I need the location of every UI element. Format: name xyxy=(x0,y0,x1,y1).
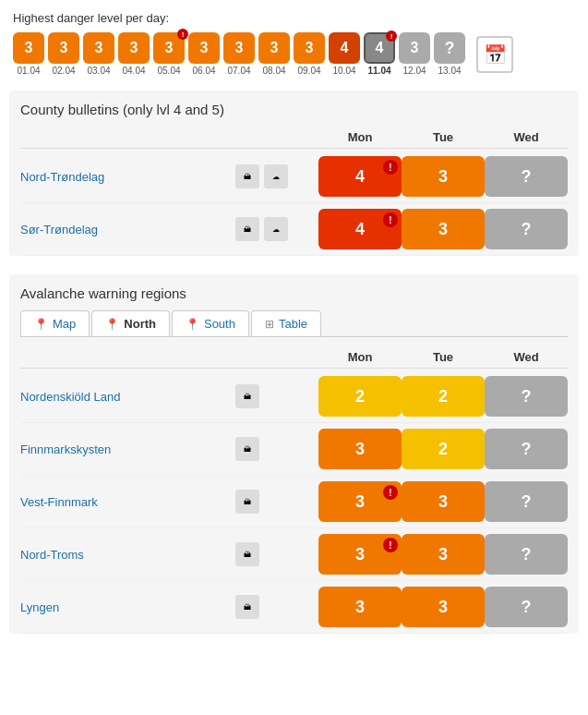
county-row-1: Sør-Trøndelag🏔☁4!3? xyxy=(20,203,568,256)
day-num-0204: 3 xyxy=(48,32,79,64)
county-name-1: Sør-Trøndelag xyxy=(20,222,235,236)
day-badge-0104[interactable]: 301.04 xyxy=(13,32,44,76)
av-tue-1-cell: 2 xyxy=(402,429,485,469)
avalanche-tab-map[interactable]: 📍Map xyxy=(20,310,90,336)
day-num-0604: 3 xyxy=(188,32,220,64)
county-name-0: Nord-Trøndelag xyxy=(20,169,235,184)
day-badge-0904[interactable]: 309.04 xyxy=(294,32,325,76)
avalanche-tabs: 📍Map📍North📍South⊞Table xyxy=(20,310,568,337)
day-date-1104: 11.04 xyxy=(367,66,390,76)
day-date-0104: 01.04 xyxy=(17,66,40,76)
day-badge-0804[interactable]: 308.04 xyxy=(258,32,290,76)
day-date-0404: 04.04 xyxy=(122,66,145,76)
day-num-0104: 3 xyxy=(13,32,44,64)
th-county-mon: Mon xyxy=(318,130,402,144)
avalanche-tab-south[interactable]: 📍South xyxy=(172,310,249,336)
day-num-1204: 3 xyxy=(399,32,430,64)
day-badge-0204[interactable]: 302.04 xyxy=(48,32,79,76)
av-wed-2-cell: ? xyxy=(485,481,568,522)
north-tab-label: North xyxy=(124,317,156,331)
av-wed-0-cell: ? xyxy=(485,376,568,417)
th-av-name xyxy=(20,350,235,364)
avalanche-region-name-4: Lyngen xyxy=(20,600,235,614)
day-date-1304: 13.04 xyxy=(438,66,461,76)
av-mon-0-cell: 2 xyxy=(318,376,402,417)
avalanche-rows: Nordenskiöld Land🏔22?Finnmarkskysten🏔32?… xyxy=(20,370,568,634)
day-badge-0604[interactable]: 306.04 xyxy=(188,32,220,76)
avalanche-icons-2: 🏔 xyxy=(235,490,318,514)
day-badge-1304[interactable]: ?13.04 xyxy=(434,32,465,76)
danger-section: Highest danger level per day: 301.04302.… xyxy=(0,0,588,85)
day-badge-0304[interactable]: 303.04 xyxy=(83,32,114,76)
day-date-0604: 06.04 xyxy=(192,66,215,76)
day-num-0704: 3 xyxy=(223,32,255,64)
avalanche-tab-north[interactable]: 📍North xyxy=(91,310,170,336)
day-date-0704: 07.04 xyxy=(227,66,250,76)
av-mini-icon-2: 🏔 xyxy=(235,490,259,514)
avalanche-region-link-0[interactable]: Nordenskiöld Land xyxy=(20,390,120,404)
county-link-1[interactable]: Sør-Trøndelag xyxy=(20,223,98,236)
day-date-0904: 09.04 xyxy=(297,66,320,76)
avalanche-region-link-3[interactable]: Nord-Troms xyxy=(20,548,84,562)
avalanche-region-link-4[interactable]: Lyngen xyxy=(20,600,59,614)
day-badge-1104[interactable]: 4!11.04 xyxy=(364,32,395,76)
day-num-1004: 4 xyxy=(329,32,360,64)
day-num-0504: 3! xyxy=(153,32,185,64)
av-mon-4-cell: 3 xyxy=(318,587,402,627)
county-tue-0-cell: 3 xyxy=(402,156,485,197)
avalanche-region-name-0: Nordenskiöld Land xyxy=(20,389,235,404)
avalanche-region-name-3: Nord-Troms xyxy=(20,547,235,562)
table-tab-icon: ⊞ xyxy=(265,318,274,331)
avalanche-icons-0: 🏔 xyxy=(235,384,318,408)
av-wed-1-cell: ? xyxy=(485,429,568,469)
avalanche-icons-3: 🏔 xyxy=(235,542,318,566)
th-av-mon: Mon xyxy=(318,350,402,364)
th-county-wed: Wed xyxy=(485,130,568,144)
danger-days-row: 301.04302.04303.04304.043!05.04306.04307… xyxy=(13,32,575,76)
county-bulletins-section: County bulletins (only lvl 4 and 5) Mon … xyxy=(9,91,579,256)
north-tab-icon: 📍 xyxy=(105,318,119,331)
day-num-1104: 4! xyxy=(364,32,395,64)
avalanche-region-link-2[interactable]: Vest-Finnmark xyxy=(20,495,98,509)
day-num-0804: 3 xyxy=(258,32,290,64)
county-wed-1-cell: ? xyxy=(485,209,568,249)
avalanche-tab-table[interactable]: ⊞Table xyxy=(251,310,321,336)
day-num-0404: 3 xyxy=(118,32,150,64)
day-badge-1204[interactable]: 312.04 xyxy=(399,32,430,76)
avalanche-row-0: Nordenskiöld Land🏔22? xyxy=(20,370,568,423)
av-tue-4-cell: 3 xyxy=(402,587,485,627)
danger-label: Highest danger level per day: xyxy=(13,11,575,25)
th-av-wed: Wed xyxy=(485,350,568,364)
avalanche-section: Avalanche warning regions 📍Map📍North📍Sou… xyxy=(9,274,579,634)
day-badge-0504[interactable]: 3!05.04 xyxy=(153,32,185,76)
avalanche-region-link-1[interactable]: Finnmarkskysten xyxy=(20,442,111,456)
av-mini-icon-1: 🏔 xyxy=(235,437,259,461)
av-tue-2-cell: 3 xyxy=(402,481,485,522)
county-section-title: County bulletins (only lvl 4 and 5) xyxy=(20,102,568,117)
avalanche-icons-4: 🏔 xyxy=(235,595,318,619)
map-tab-label: Map xyxy=(53,317,76,331)
av-mon-3-cell: 3! xyxy=(318,534,402,575)
south-tab-icon: 📍 xyxy=(186,318,199,331)
av-tue-3-cell: 3 xyxy=(402,534,485,575)
day-date-1004: 10.04 xyxy=(332,66,355,76)
county-wed-0-cell: ? xyxy=(485,156,568,197)
day-date-1204: 12.04 xyxy=(402,66,426,76)
av-tue-0-cell: 2 xyxy=(402,376,485,417)
county-icons-0: 🏔☁ xyxy=(235,164,318,188)
th-county-tue: Tue xyxy=(402,130,485,144)
avalanche-table-header: Mon Tue Wed xyxy=(20,346,568,369)
county-mini-icon-0-1: ☁ xyxy=(264,164,288,188)
th-county-icon xyxy=(235,130,318,144)
av-mini-icon-0: 🏔 xyxy=(235,384,259,408)
county-link-0[interactable]: Nord-Trøndelag xyxy=(20,170,104,184)
day-badge-0404[interactable]: 304.04 xyxy=(118,32,150,76)
av-wed-4-cell: ? xyxy=(485,587,568,627)
avalanche-row-3: Nord-Troms🏔3!3? xyxy=(20,528,568,581)
calendar-icon[interactable]: 📅 xyxy=(476,36,513,73)
avalanche-region-name-2: Vest-Finnmark xyxy=(20,494,235,509)
day-badge-0704[interactable]: 307.04 xyxy=(223,32,255,76)
day-badge-1004[interactable]: 410.04 xyxy=(329,32,360,76)
county-row-0: Nord-Trøndelag🏔☁4!3? xyxy=(20,151,568,203)
th-av-icon xyxy=(235,350,318,364)
